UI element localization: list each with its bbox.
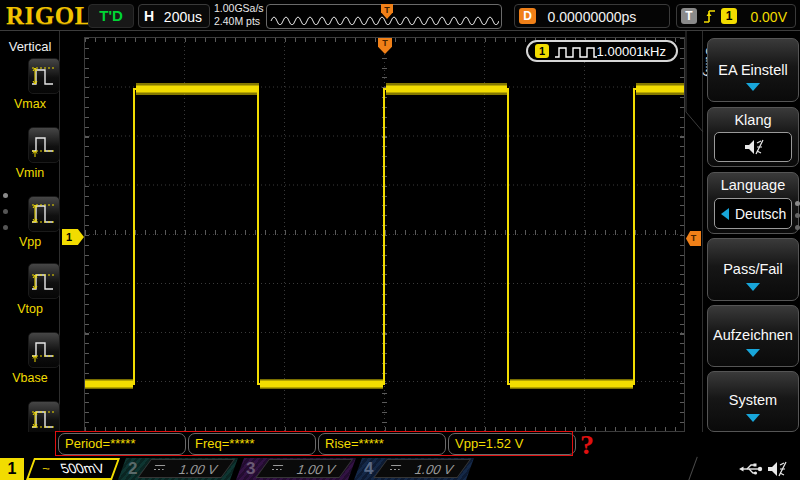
rigol-logo: RIGOL (6, 2, 82, 28)
sidebar-page-dot (3, 209, 8, 214)
menu-button-label: EA Einstell (708, 62, 798, 78)
dc-coupling-icon (270, 465, 283, 473)
chevron-down-icon (746, 83, 760, 91)
measurement-period: Period=***** (58, 433, 186, 455)
sidebar-title: Vertical (0, 39, 60, 54)
channel1-status[interactable]: 1 ~ 500mV (0, 458, 118, 480)
square-wave-icon (554, 45, 598, 59)
menu-page-dot (795, 201, 800, 206)
sidebar-item-vmax[interactable]: Vmax (0, 58, 60, 120)
utility-menu: Utility EA Einstell Klang Language Deuts… (702, 31, 800, 458)
language-value-box: Deutsch (714, 198, 792, 229)
measurement-vpp: Vpp=1.52 V (448, 433, 576, 455)
memory-depth: 2.40M pts (214, 15, 270, 28)
sidebar-page-dot (3, 193, 8, 198)
menu-button-klang[interactable]: Klang (707, 107, 799, 167)
corner-separator (687, 457, 698, 480)
chevron-left-icon (721, 208, 729, 220)
delay-value: 0.00000000ps (515, 9, 669, 25)
channel4-scale: 1.00 V (413, 462, 456, 477)
trigger-level-value: 0.00V (750, 9, 787, 25)
menu-button-language[interactable]: Language Deutsch (707, 172, 799, 234)
klang-value-box (714, 132, 792, 162)
counter-frequency-value: 1.00001kHz (597, 44, 666, 59)
graticule: T 1 1.00001kHz (84, 37, 685, 432)
counter-channel-badge: 1 (535, 44, 549, 58)
vtop-icon (28, 263, 60, 299)
speaker-mute-icon (766, 459, 790, 479)
dc-coupling-icon (152, 465, 165, 473)
measurement-readout-bar: Period=***** Freq=***** Rise=***** Vpp=1… (0, 432, 800, 458)
trigger-label: T (681, 8, 697, 24)
annotation-question-mark: ? (580, 429, 594, 461)
top-status-bar: RIGOL T'D H 200us 1.00GSa/s 2.40M pts T … (0, 0, 800, 31)
measurement-freq: Freq=***** (188, 433, 316, 455)
menu-page-dot (795, 225, 800, 230)
vbase-icon (28, 332, 60, 368)
vmax-icon (28, 58, 60, 94)
chevron-down-icon (746, 283, 760, 291)
horizontal-label: H (144, 8, 154, 24)
sidebar-item-vtop[interactable]: Vtop (0, 263, 60, 325)
channel1-number: 1 (0, 458, 24, 480)
menu-page-dot (795, 213, 800, 218)
vpp-icon (28, 196, 60, 232)
trigger-source-badge: 1 (721, 8, 737, 24)
menu-button-label: Language (708, 177, 798, 193)
delay-box: D 0.00000000ps (514, 4, 670, 28)
menu-button-label: Klang (708, 112, 798, 128)
sidebar-item-vpp[interactable]: Vpp (0, 196, 60, 258)
sidebar-item-label: Vbase (0, 371, 60, 385)
vmin-icon (28, 127, 60, 163)
sidebar-item-label: Vmin (0, 166, 60, 180)
menu-button-pass-fail[interactable]: Pass/Fail (707, 238, 799, 301)
menu-button-system[interactable]: System (707, 371, 799, 432)
timebase-box: H 200us (138, 4, 210, 28)
sidebar-item-label: Vmax (0, 97, 60, 111)
chevron-down-icon (746, 414, 760, 422)
measurement-rise: Rise=***** (318, 433, 446, 455)
dc-coupling-icon (388, 465, 401, 473)
channel3-scale: 1.00 V (295, 462, 338, 477)
trigger-info-box: T 1 0.00V (676, 4, 796, 28)
trigger-status-badge: T'D (88, 4, 134, 28)
channel-status-bar: 1 ~ 500mV 2 1.00 V 3 1.00 V 4 1.00 V (0, 458, 800, 480)
sidebar-item-vmin[interactable]: Vmin (0, 127, 60, 189)
channel1-waveform-trace (85, 38, 684, 431)
channel3-status[interactable]: 3 1.00 V (236, 458, 356, 480)
channel4-status[interactable]: 4 1.00 V (354, 458, 474, 480)
sidebar-item-label: Vpp (0, 235, 60, 249)
menu-button-label: Aufzeichnen (708, 327, 798, 343)
status-corner (700, 458, 800, 480)
rising-edge-icon (702, 8, 718, 25)
chevron-down-icon (746, 349, 760, 357)
oscilloscope-screen: RIGOL T'D H 200us 1.00GSa/s 2.40M pts T … (0, 0, 800, 480)
trigger-level-marker[interactable]: T (686, 231, 701, 246)
channel1-scale: 500mV (58, 461, 106, 476)
sidebar-item-label: Vtop (0, 302, 60, 316)
channel2-scale: 1.00 V (177, 462, 220, 477)
menu-button-label: Pass/Fail (708, 261, 798, 277)
channel1-level-marker[interactable]: 1 (62, 229, 84, 245)
timebase-value: 200us (164, 9, 202, 25)
vertical-measure-sidebar: Vertical Vmax Vmin Vpp Vtop (0, 31, 60, 458)
acquisition-info: 1.00GSa/s 2.40M pts (214, 2, 270, 30)
menu-button-label: System (708, 392, 798, 408)
menu-button-ea-einstell[interactable]: EA Einstell (707, 38, 799, 102)
frequency-counter: 1 1.00001kHz (526, 40, 678, 62)
language-value: Deutsch (735, 206, 786, 222)
sidebar-item-vbase[interactable]: Vbase (0, 332, 60, 394)
waveform-position-preview: T (266, 4, 502, 29)
speaker-mute-icon (743, 137, 767, 157)
channel2-status[interactable]: 2 1.00 V (118, 458, 238, 480)
sample-rate: 1.00GSa/s (214, 2, 270, 15)
sidebar-page-dot (3, 225, 8, 230)
menu-button-aufzeichnen[interactable]: Aufzeichnen (707, 305, 799, 367)
usb-icon (738, 461, 764, 477)
